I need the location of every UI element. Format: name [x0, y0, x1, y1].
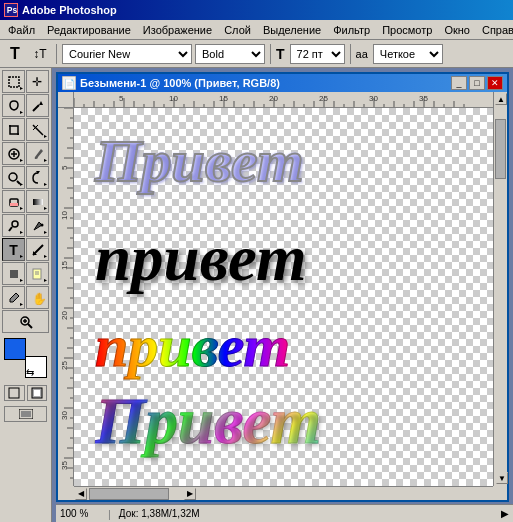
magic-wand-tool[interactable]	[26, 94, 49, 117]
maximize-button[interactable]: □	[469, 76, 485, 90]
menu-view[interactable]: Просмотр	[376, 22, 438, 38]
svg-rect-14	[10, 203, 18, 206]
doc-icon: 📄	[62, 76, 76, 90]
font-size-icon: T	[276, 46, 285, 62]
text-layer-4[interactable]: Привет	[95, 384, 321, 459]
status-bar: 100 % | Док: 1,38М/1,32М ▶	[56, 504, 513, 522]
zoom-tool[interactable]	[2, 310, 49, 333]
svg-line-4	[33, 105, 39, 111]
swap-colors-icon[interactable]: ⇆	[26, 367, 34, 378]
text-layer-2[interactable]: привет	[95, 221, 307, 296]
horizontal-scrollbar[interactable]: ◀ ▶	[74, 486, 493, 500]
menu-file[interactable]: Файл	[2, 22, 41, 38]
eyedropper-tool[interactable]: ▸	[2, 286, 25, 309]
eraser-tool[interactable]: ▸	[2, 190, 25, 213]
main-area: ▸ ✛ ▸ ▸ ▸	[0, 68, 513, 522]
document-title: Безымени-1 @ 100% (Привет, RGB/8)	[80, 77, 280, 89]
quick-mask-row	[4, 385, 47, 401]
svg-rect-20	[10, 270, 18, 278]
scroll-right-arrow[interactable]: ▶	[184, 488, 196, 500]
scroll-left-arrow[interactable]: ◀	[75, 488, 87, 500]
menu-bar: Файл Редактирование Изображение Слой Выд…	[0, 20, 513, 40]
svg-line-17	[9, 227, 12, 231]
font-style-select[interactable]: Bold Regular Italic Bold Italic	[195, 44, 265, 64]
dodge-tool[interactable]: ▸	[2, 214, 25, 237]
scroll-down-arrow[interactable]: ▼	[496, 472, 508, 484]
clone-stamp-tool[interactable]: ▸	[2, 166, 25, 189]
toolbar-sep-1	[56, 44, 57, 64]
svg-line-6	[33, 125, 43, 135]
menu-edit[interactable]: Редактирование	[41, 22, 137, 38]
antialiasing-label: аа	[356, 48, 368, 60]
type-tool[interactable]: T ▸	[2, 238, 25, 261]
healing-brush-tool[interactable]: ▸	[2, 142, 25, 165]
history-brush-tool[interactable]: ▸	[26, 166, 49, 189]
tool-row-8: T ▸ ▸	[2, 238, 49, 261]
svg-line-26	[28, 324, 32, 328]
menu-image[interactable]: Изображение	[137, 22, 218, 38]
toolbox: ▸ ✛ ▸ ▸ ▸	[0, 68, 52, 522]
canvas-area: 📄 Безымени-1 @ 100% (Привет, RGB/8) _ □ …	[52, 68, 513, 522]
svg-text:✛: ✛	[32, 75, 42, 89]
svg-marker-5	[39, 101, 43, 105]
brush-tool[interactable]: ▸	[26, 142, 49, 165]
tool-row-4: ▸ ▸	[2, 142, 49, 165]
svg-rect-2	[9, 77, 19, 87]
svg-rect-33	[21, 411, 31, 417]
doc-info: Док: 1,38М/1,32М	[119, 508, 200, 519]
menu-window[interactable]: Окно	[438, 22, 476, 38]
close-button[interactable]: ✕	[487, 76, 503, 90]
lasso-tool[interactable]: ▸	[2, 94, 25, 117]
tool-row-10: ▸ ✋	[2, 286, 49, 309]
svg-point-18	[40, 223, 43, 226]
horizontal-scroll-thumb[interactable]	[89, 488, 169, 500]
toolbar: T ↕T Courier New Arial Times New Roman B…	[0, 40, 513, 68]
toolbar-sep-2	[270, 44, 271, 64]
shape-tool[interactable]: ▸	[2, 262, 25, 285]
menu-layer[interactable]: Слой	[218, 22, 257, 38]
vertical-scrollbar[interactable]: ▲ ▼	[493, 92, 507, 486]
font-size-select[interactable]: 72 пт 36 пт 48 пт 96 пт	[290, 44, 345, 64]
svg-text:✋: ✋	[32, 291, 45, 305]
ruler-corner	[58, 92, 74, 108]
screen-mode-button[interactable]	[4, 406, 47, 422]
svg-rect-31	[34, 390, 40, 396]
crop-tool[interactable]	[2, 118, 25, 141]
text-tool-button[interactable]: T	[4, 43, 26, 65]
foreground-color[interactable]	[4, 338, 26, 360]
minimize-button[interactable]: _	[451, 76, 467, 90]
svg-rect-15	[33, 199, 43, 205]
tool-row-1: ▸ ✛	[2, 70, 49, 93]
vertical-scroll-thumb[interactable]	[495, 119, 506, 179]
color-swatches: ⇆	[4, 338, 47, 378]
text-layer-1[interactable]: Привет	[95, 127, 304, 196]
text-layer-3[interactable]: привет	[95, 312, 290, 381]
tool-row-7: ▸ ▸	[2, 214, 49, 237]
hand-tool[interactable]: ✋	[26, 286, 49, 309]
menu-select[interactable]: Выделение	[257, 22, 327, 38]
font-family-select[interactable]: Courier New Arial Times New Roman	[62, 44, 192, 64]
path-selection-tool[interactable]: ▸	[26, 238, 49, 261]
zoom-level: 100 %	[60, 508, 100, 519]
scroll-up-arrow[interactable]: ▲	[495, 93, 507, 105]
tool-row-2: ▸	[2, 94, 49, 117]
text-orientation-button[interactable]: ↕T	[29, 43, 51, 65]
toolbar-sep-3	[350, 44, 351, 64]
antialiasing-select[interactable]: Четкое Резкое Плавное Нет	[373, 44, 443, 64]
horizontal-ruler	[74, 92, 493, 108]
pen-tool[interactable]: ▸	[26, 214, 49, 237]
type-tool-icon: T	[9, 242, 18, 258]
notes-tool[interactable]: ▸	[26, 262, 49, 285]
standard-mode-button[interactable]	[4, 385, 25, 401]
menu-help[interactable]: Справк...	[476, 22, 513, 38]
slice-tool[interactable]: ▸	[26, 118, 49, 141]
app-icon: Ps	[4, 3, 18, 17]
quick-mask-mode-button[interactable]	[27, 385, 48, 401]
expand-button[interactable]: ▶	[501, 508, 509, 519]
menu-filter[interactable]: Фильтр	[327, 22, 376, 38]
move-tool[interactable]: ✛	[26, 70, 49, 93]
document-window: 📄 Безымени-1 @ 100% (Привет, RGB/8) _ □ …	[56, 72, 509, 502]
gradient-tool[interactable]: ▸	[26, 190, 49, 213]
marquee-tool[interactable]: ▸	[2, 70, 25, 93]
tool-row-3: ▸	[2, 118, 49, 141]
